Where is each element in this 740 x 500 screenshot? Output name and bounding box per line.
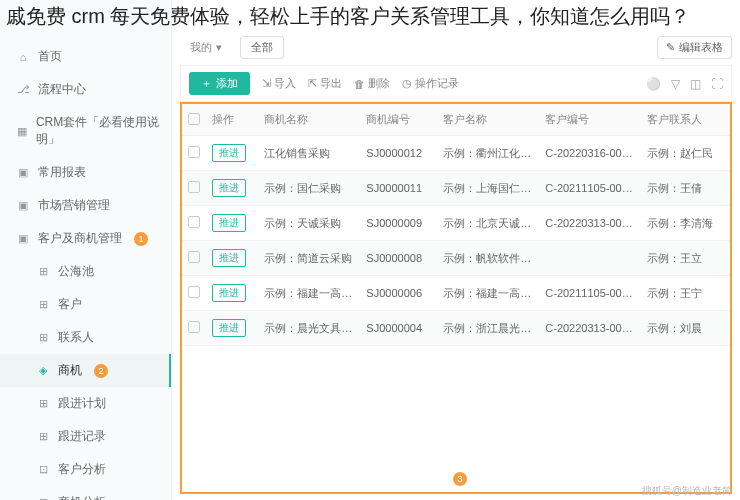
sidebar-item[interactable]: ⎇流程中心 [0,73,171,106]
filter-mine[interactable]: 我的 ▾ [180,37,232,58]
menu-icon: ⎇ [16,83,30,97]
toolbar-right-icons: ⚪ ▽ ◫ ⛶ [646,77,723,91]
menu-icon: ▦ [16,124,28,138]
table-row[interactable]: 推进示例：福建一高3月订单SJ0000006示例：福建一高集团C-2021110… [182,276,730,311]
cell-code: SJ0000009 [360,206,437,241]
cell-contact: 示例：王宁 [641,276,730,311]
chart-icon[interactable]: ◫ [690,77,701,91]
cell-contact: 示例：刘晨 [641,311,730,346]
sidebar-label: 首页 [38,48,62,65]
row-checkbox[interactable] [188,286,200,298]
export-button[interactable]: ⇱ 导出 [308,76,342,91]
cell-contact: 示例：王倩 [641,171,730,206]
data-table: 操作商机名称商机编号客户名称客户编号客户联系人 推进江化销售采购SJ000001… [180,102,732,494]
import-button[interactable]: ⇲ 导入 [262,76,296,91]
sidebar-item[interactable]: ▣客户及商机管理1 [0,222,171,255]
row-checkbox[interactable] [188,251,200,263]
sidebar-item[interactable]: ⊞跟进记录 [0,420,171,453]
sidebar-item[interactable]: ▦CRM套件「必看使用说明」 [0,106,171,156]
app-root: ⌂首页⎇流程中心▦CRM套件「必看使用说明」▣常用报表▣市场营销管理▣客户及商机… [0,0,740,500]
sidebar-label: CRM套件「必看使用说明」 [36,114,161,148]
select-all-checkbox[interactable] [188,113,200,125]
cell-name: 示例：福建一高3月订单 [258,276,360,311]
column-header[interactable]: 操作 [206,104,258,136]
row-checkbox[interactable] [188,146,200,158]
cell-code: SJ0000008 [360,241,437,276]
cell-ccode: C-20220313-0000002 [539,206,641,241]
menu-icon: ⊞ [36,331,50,345]
row-checkbox[interactable] [188,181,200,193]
table-row[interactable]: 推进示例：国仁采购SJ0000011示例：上海国仁有限…C-20211105-0… [182,171,730,206]
filter-icon[interactable]: ⚪ [646,77,661,91]
advance-button[interactable]: 推进 [212,284,246,302]
sidebar-item[interactable]: ⊡客户分析 [0,453,171,486]
expand-icon[interactable]: ⛶ [711,77,723,91]
cell-customer: 示例：上海国仁有限… [437,171,539,206]
menu-icon: ▣ [16,199,30,213]
table-row[interactable]: 推进江化销售采购SJ0000012示例：衢州江化集团C-20220316-000… [182,136,730,171]
cell-name: 示例：天诚采购 [258,206,360,241]
column-header[interactable]: 客户联系人 [641,104,730,136]
advance-button[interactable]: 推进 [212,214,246,232]
sidebar-label: 客户 [58,296,82,313]
cell-ccode: C-20220313-0000004 [539,311,641,346]
oplog-button[interactable]: ◷ 操作记录 [402,76,459,91]
column-header[interactable]: 商机编号 [360,104,437,136]
sidebar-item[interactable]: ⊡商机分析 [0,486,171,500]
sidebar-item[interactable]: ⌂首页 [0,40,171,73]
sidebar-item[interactable]: ⊞客户 [0,288,171,321]
cell-ccode: C-20220316-0000001 [539,136,641,171]
cell-ccode [539,241,641,276]
cell-contact: 示例：王立 [641,241,730,276]
add-button[interactable]: ＋ 添加 [189,72,250,95]
menu-icon: ⊞ [36,265,50,279]
sidebar-label: 客户及商机管理 [38,230,122,247]
table-row[interactable]: 推进示例：天诚采购SJ0000009示例：北京天诚软件…C-20220313-0… [182,206,730,241]
menu-icon: ⊡ [36,463,50,477]
table-row[interactable]: 推进示例：晨光文具设备…SJ0000004示例：浙江晨光文具…C-2022031… [182,311,730,346]
cell-code: SJ0000004 [360,311,437,346]
menu-icon: ⊡ [36,496,50,501]
sidebar-item[interactable]: ▣常用报表 [0,156,171,189]
column-header[interactable]: 客户名称 [437,104,539,136]
advance-button[interactable]: 推进 [212,319,246,337]
row-checkbox[interactable] [188,321,200,333]
delete-button[interactable]: 🗑 删除 [354,76,390,91]
edit-table-button[interactable]: ✎编辑表格 [657,36,732,59]
sidebar-item[interactable]: ▣市场营销管理 [0,189,171,222]
sidebar-item[interactable]: ⊞跟进计划 [0,387,171,420]
sidebar-item[interactable]: ◈商机2 [0,354,171,387]
cell-name: 示例：简道云采购 [258,241,360,276]
badge-1: 1 [134,232,148,246]
sidebar-label: 客户分析 [58,461,106,478]
sidebar: ⌂首页⎇流程中心▦CRM套件「必看使用说明」▣常用报表▣市场营销管理▣客户及商机… [0,0,172,500]
menu-icon: ⊞ [36,298,50,312]
filter-all[interactable]: 全部 [240,36,284,59]
table-row[interactable]: 推进示例：简道云采购SJ0000008示例：帆软软件有限公司示例：王立 [182,241,730,276]
cell-customer: 示例：北京天诚软件… [437,206,539,241]
sidebar-label: 流程中心 [38,81,86,98]
pencil-icon: ✎ [666,41,675,54]
cell-customer: 示例：帆软软件有限公司 [437,241,539,276]
row-checkbox[interactable] [188,216,200,228]
cell-contact: 示例：赵仁民 [641,136,730,171]
cell-customer: 示例：福建一高集团 [437,276,539,311]
advance-button[interactable]: 推进 [212,144,246,162]
sidebar-label: 商机 [58,362,82,379]
advance-button[interactable]: 推进 [212,249,246,267]
menu-icon: ⊞ [36,430,50,444]
sidebar-item[interactable]: ⊞联系人 [0,321,171,354]
column-header[interactable]: 商机名称 [258,104,360,136]
watermark: 搜狐号@制造业老简 [642,484,732,498]
sidebar-label: 跟进计划 [58,395,106,412]
advance-button[interactable]: 推进 [212,179,246,197]
sidebar-item[interactable]: ⊞公海池 [0,255,171,288]
cell-contact: 示例：李清海 [641,206,730,241]
cell-name: 示例：国仁采购 [258,171,360,206]
cell-ccode: C-20211105-0000004 [539,276,641,311]
overlay-title: 戚免费 crm 每天免费体验，轻松上手的客户关系管理工具，你知道怎么用吗？ [0,0,740,32]
menu-icon: ⊞ [36,397,50,411]
funnel-icon[interactable]: ▽ [671,77,680,91]
column-header[interactable]: 客户编号 [539,104,641,136]
menu-icon: ⌂ [16,50,30,64]
